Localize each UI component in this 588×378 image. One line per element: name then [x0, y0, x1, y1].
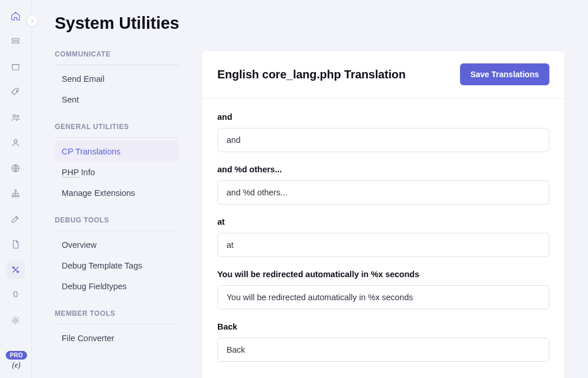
- svg-point-7: [15, 190, 17, 191]
- wrench-icon: [10, 264, 21, 275]
- field-and-d-others: and %d others...: [217, 165, 549, 205]
- label-and-d-others: and %d others...: [217, 165, 549, 174]
- archive-icon: [10, 62, 21, 72]
- nav-document[interactable]: [6, 235, 25, 254]
- nav-home[interactable]: [6, 7, 25, 25]
- subnav: COMMUNICATE Send Email Sent GENERAL UTIL…: [55, 50, 179, 378]
- document-icon: [10, 239, 21, 250]
- save-translations-button[interactable]: Save Translations: [460, 63, 549, 85]
- nav-sent[interactable]: Sent: [55, 89, 179, 110]
- nav-globe[interactable]: [6, 159, 25, 177]
- field-and: and: [217, 112, 549, 152]
- nav-debug-overview[interactable]: Overview: [55, 235, 179, 255]
- svg-point-9: [15, 195, 17, 197]
- svg-point-2: [16, 90, 17, 92]
- sitemap-icon: [10, 188, 21, 199]
- svg-point-5: [14, 139, 17, 142]
- nav-files[interactable]: [6, 58, 25, 76]
- section-general-utilities: GENERAL UTILITIES: [55, 123, 179, 138]
- rail-toggle[interactable]: [27, 15, 38, 27]
- nav-entries[interactable]: [6, 32, 25, 51]
- nav-members[interactable]: [6, 108, 25, 127]
- nav-categories[interactable]: [6, 83, 25, 101]
- tag-icon: [10, 87, 21, 97]
- pro-badge: PRO (e): [6, 351, 27, 370]
- gear-icon: [10, 315, 21, 326]
- field-back: Back: [217, 322, 549, 362]
- field-redirect: You will be redirected automatically in …: [217, 270, 549, 309]
- content-area: System Utilities COMMUNICATE Send Email …: [32, 0, 588, 378]
- input-and-d-others[interactable]: [217, 180, 549, 205]
- svg-point-13: [14, 319, 17, 322]
- section-debug-tools: DEBUG TOOLS: [55, 216, 179, 231]
- panel-header: English core_lang.php Translation Save T…: [202, 51, 564, 99]
- nav-send-email[interactable]: Send Email: [55, 69, 179, 89]
- svg-point-8: [12, 195, 14, 197]
- pro-logo: (e): [12, 361, 21, 370]
- input-redirect[interactable]: [217, 285, 549, 309]
- nav-addons[interactable]: [6, 286, 25, 304]
- user-icon: [10, 138, 21, 148]
- label-at: at: [217, 217, 549, 226]
- nav-debug-template-tags[interactable]: Debug Template Tags: [55, 255, 179, 276]
- chevron-right-icon: [29, 18, 35, 24]
- members-icon: [10, 112, 21, 123]
- panel-title: English core_lang.php Translation: [217, 68, 406, 81]
- field-at: at: [217, 217, 549, 257]
- nav-file-converter[interactable]: File Converter: [55, 328, 179, 349]
- label-and: and: [217, 112, 549, 122]
- nav-profile[interactable]: [6, 134, 25, 152]
- icon-rail: PRO (e): [0, 0, 32, 378]
- nav-cp-translations[interactable]: CP Translations: [55, 141, 179, 162]
- compose-icon: [10, 214, 21, 224]
- label-redirect: You will be redirected automatically in …: [217, 270, 549, 279]
- nav-manage-extensions[interactable]: Manage Extensions: [55, 183, 179, 203]
- input-back[interactable]: [217, 338, 549, 362]
- svg-rect-0: [12, 39, 19, 40]
- nav-utilities[interactable]: [6, 260, 25, 279]
- label-back: Back: [217, 322, 549, 331]
- section-member-tools: MEMBER TOOLS: [55, 309, 179, 324]
- nav-settings[interactable]: [6, 311, 25, 330]
- svg-point-4: [17, 115, 19, 118]
- svg-point-3: [13, 115, 16, 118]
- puzzle-icon: [10, 290, 21, 300]
- nav-compose[interactable]: [6, 210, 25, 228]
- svg-point-10: [17, 195, 19, 197]
- home-icon: [10, 11, 21, 21]
- nav-sitemap[interactable]: [6, 184, 25, 203]
- input-and[interactable]: [217, 128, 549, 152]
- section-communicate: COMMUNICATE: [55, 50, 179, 65]
- nav-php-info[interactable]: PHP Info: [55, 162, 179, 183]
- pro-pill: PRO: [6, 351, 27, 360]
- layers-icon: [10, 36, 21, 47]
- translation-panel: English core_lang.php Translation Save T…: [202, 50, 565, 378]
- svg-rect-1: [12, 41, 19, 43]
- input-at[interactable]: [217, 233, 549, 257]
- globe-icon: [10, 163, 21, 173]
- panel-body: and and %d others... at You will be redi…: [202, 99, 564, 378]
- page-title: System Utilities: [55, 14, 565, 33]
- nav-debug-fieldtypes[interactable]: Debug Fieldtypes: [55, 276, 179, 297]
